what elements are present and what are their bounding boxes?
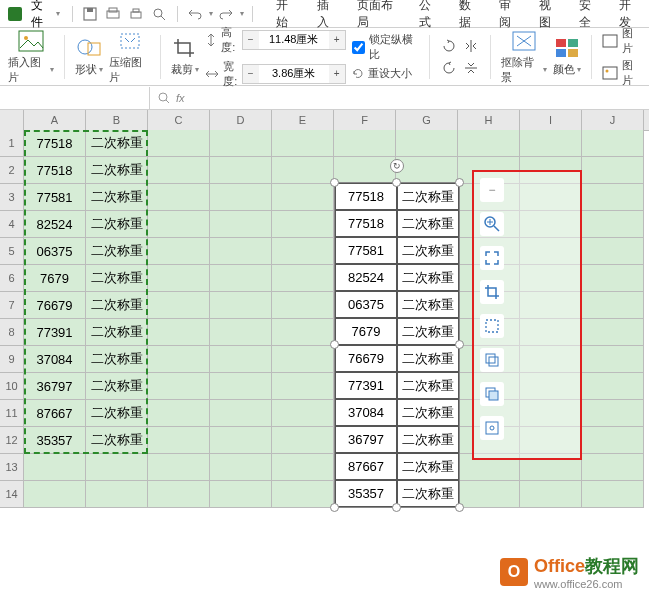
cell[interactable] xyxy=(148,184,210,211)
cell[interactable]: 二次称重 xyxy=(86,130,148,157)
cell[interactable] xyxy=(148,157,210,184)
cell[interactable] xyxy=(210,373,272,400)
cell[interactable]: 35357 xyxy=(24,427,86,454)
height-spinner[interactable]: − + xyxy=(242,30,346,50)
chevron-down-icon[interactable]: ▾ xyxy=(240,9,244,18)
resize-handle-nw[interactable] xyxy=(330,178,339,187)
cell[interactable] xyxy=(210,346,272,373)
cell[interactable] xyxy=(272,454,334,481)
cell[interactable] xyxy=(86,481,148,508)
cell[interactable] xyxy=(24,454,86,481)
cell[interactable] xyxy=(148,238,210,265)
height-input[interactable] xyxy=(259,31,329,49)
cell[interactable] xyxy=(272,211,334,238)
cell[interactable] xyxy=(582,265,644,292)
preview-icon[interactable] xyxy=(150,4,169,24)
col-header[interactable]: A xyxy=(24,110,86,130)
cell[interactable]: 二次称重 xyxy=(86,292,148,319)
print-preview-icon[interactable] xyxy=(104,4,123,24)
cell[interactable]: 二次称重 xyxy=(86,238,148,265)
minus-icon[interactable]: − xyxy=(480,178,504,202)
row-header[interactable]: 2 xyxy=(0,157,24,184)
cell[interactable] xyxy=(148,211,210,238)
cell[interactable] xyxy=(582,157,644,184)
col-header[interactable]: J xyxy=(582,110,644,130)
color-button[interactable]: 颜色▾ xyxy=(553,36,581,77)
name-box[interactable] xyxy=(0,87,150,109)
copy-icon[interactable] xyxy=(480,348,504,372)
cell[interactable]: 二次称重 xyxy=(86,346,148,373)
cell[interactable] xyxy=(272,427,334,454)
cell[interactable] xyxy=(210,184,272,211)
cell[interactable]: 76679 xyxy=(24,292,86,319)
row-header[interactable]: 11 xyxy=(0,400,24,427)
cell[interactable]: 77391 xyxy=(24,319,86,346)
row-header[interactable]: 9 xyxy=(0,346,24,373)
settings-icon[interactable] xyxy=(480,416,504,440)
select-all-icon[interactable] xyxy=(480,314,504,338)
resize-handle-n[interactable] xyxy=(392,178,401,187)
resize-handle-sw[interactable] xyxy=(330,503,339,512)
tab-security[interactable]: 安全 xyxy=(577,0,603,35)
cell[interactable] xyxy=(148,481,210,508)
cell[interactable] xyxy=(582,184,644,211)
cell[interactable] xyxy=(582,130,644,157)
cell[interactable] xyxy=(582,427,644,454)
rotate-left-icon[interactable] xyxy=(440,37,458,55)
width-increase[interactable]: + xyxy=(329,65,345,83)
cell[interactable]: 二次称重 xyxy=(86,265,148,292)
cell[interactable] xyxy=(272,346,334,373)
cell[interactable] xyxy=(272,373,334,400)
rotate-handle[interactable]: ↻ xyxy=(390,159,404,173)
width-decrease[interactable]: − xyxy=(243,65,259,83)
cell[interactable] xyxy=(210,427,272,454)
cell[interactable] xyxy=(148,373,210,400)
cell[interactable]: 06375 xyxy=(24,238,86,265)
cell[interactable] xyxy=(210,400,272,427)
pic-effect-button[interactable]: 图片 xyxy=(602,58,641,88)
cell[interactable] xyxy=(520,481,582,508)
cell[interactable] xyxy=(210,265,272,292)
zoom-icon[interactable] xyxy=(480,212,504,236)
cell[interactable] xyxy=(272,319,334,346)
redo-icon[interactable] xyxy=(217,4,236,24)
save-icon[interactable] xyxy=(81,4,100,24)
cell[interactable] xyxy=(582,292,644,319)
resize-handle-w[interactable] xyxy=(330,340,339,349)
cell[interactable] xyxy=(210,292,272,319)
row-header[interactable]: 14 xyxy=(0,481,24,508)
row-header[interactable]: 3 xyxy=(0,184,24,211)
cell[interactable]: 二次称重 xyxy=(86,319,148,346)
cell[interactable] xyxy=(582,238,644,265)
row-header[interactable]: 10 xyxy=(0,373,24,400)
cell[interactable] xyxy=(272,481,334,508)
cell[interactable]: 77518 xyxy=(24,130,86,157)
cell[interactable] xyxy=(148,265,210,292)
remove-bg-button[interactable]: 抠除背景▾ xyxy=(501,29,547,85)
cell[interactable]: 7679 xyxy=(24,265,86,292)
row-header[interactable]: 13 xyxy=(0,454,24,481)
picture-object[interactable]: ↻ 77518二次称重77518二次称重77581二次称重82524二次称重06… xyxy=(334,182,460,508)
cell[interactable] xyxy=(210,157,272,184)
reset-size-button[interactable]: 重设大小 xyxy=(352,66,419,81)
cell[interactable] xyxy=(582,319,644,346)
cell[interactable]: 二次称重 xyxy=(86,400,148,427)
cell[interactable] xyxy=(210,481,272,508)
cell[interactable] xyxy=(210,319,272,346)
print-icon[interactable] xyxy=(127,4,146,24)
cell[interactable] xyxy=(148,427,210,454)
col-header[interactable]: C xyxy=(148,110,210,130)
tab-page-layout[interactable]: 页面布局 xyxy=(355,0,403,35)
cell[interactable] xyxy=(148,292,210,319)
col-header[interactable]: I xyxy=(520,110,582,130)
cell[interactable]: 77518 xyxy=(24,157,86,184)
row-header[interactable]: 8 xyxy=(0,319,24,346)
height-increase[interactable]: + xyxy=(329,31,345,49)
cell[interactable]: 二次称重 xyxy=(86,211,148,238)
cell[interactable] xyxy=(210,454,272,481)
cell[interactable] xyxy=(520,130,582,157)
cell[interactable] xyxy=(582,481,644,508)
cell[interactable] xyxy=(334,130,396,157)
cell[interactable] xyxy=(210,238,272,265)
col-header[interactable]: H xyxy=(458,110,520,130)
